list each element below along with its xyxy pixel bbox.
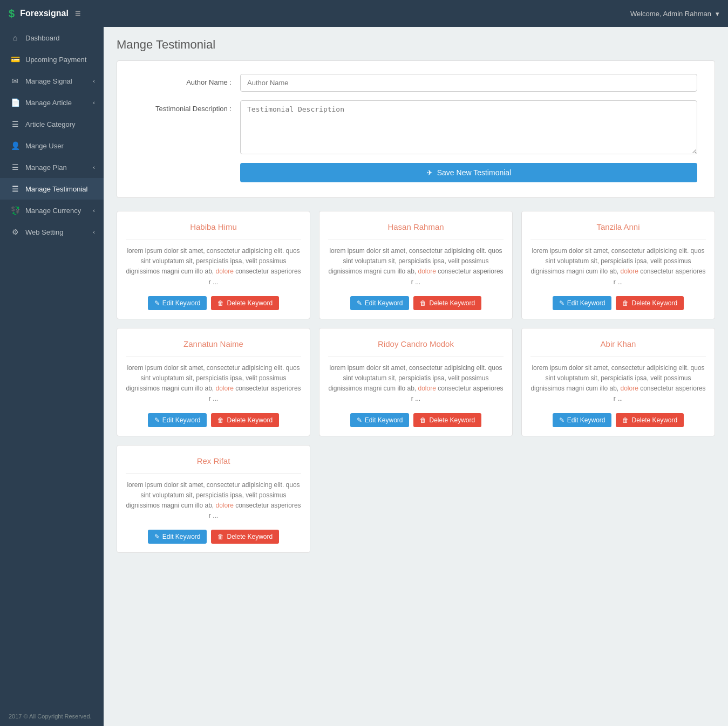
testimonial-text: lorem ipsum dolor sit amet, consectetur …	[126, 246, 301, 287]
testimonial-name: Tanzila Anni	[596, 222, 639, 231]
edit-keyword-button[interactable]: ✎ Edit Keyword	[148, 413, 207, 427]
delete-keyword-button[interactable]: 🗑 Delete Keyword	[211, 530, 279, 544]
delete-keyword-button[interactable]: 🗑 Delete Keyword	[211, 413, 279, 427]
sidebar-item-manage-currency[interactable]: 💱 Manage Currency ‹	[0, 200, 104, 221]
save-testimonial-button[interactable]: ✈ Save New Testimonial	[240, 163, 697, 182]
edit-keyword-button[interactable]: ✎ Edit Keyword	[553, 413, 612, 427]
arrow-icon: ‹	[93, 164, 95, 170]
arrow-icon: ‹	[93, 207, 95, 214]
trash-icon: 🗑	[420, 416, 426, 424]
edit-label: Edit Keyword	[365, 416, 403, 424]
layout: ⌂ Dashboard 💳 Upcoming Payment ✉ Manage …	[0, 27, 728, 726]
sidebar-label-manage-currency: Manage Currency	[25, 207, 81, 215]
trash-icon: 🗑	[622, 416, 629, 424]
navbar: $ Forexsignal ≡ Welcome, Admin Rahman ▾	[0, 0, 728, 27]
delete-label: Delete Keyword	[631, 416, 677, 424]
user-dropdown-icon[interactable]: ▾	[716, 10, 719, 18]
testimonial-form-card: Author Name : Testimonial Description : …	[117, 60, 715, 198]
edit-icon: ✎	[154, 533, 160, 540]
card-actions: ✎ Edit Keyword 🗑 Delete Keyword	[553, 413, 684, 427]
testimonial-card: Ridoy Candro Modok lorem ipsum dolor sit…	[319, 328, 513, 436]
edit-icon: ✎	[559, 416, 564, 424]
testimonial-card: Rex Rifat lorem ipsum dolor sit amet, co…	[117, 445, 310, 553]
sidebar-label-web-setting: Web Setting	[25, 228, 64, 236]
sidebar-label-manage-article: Manage Article	[25, 99, 72, 107]
edit-label: Edit Keyword	[365, 299, 403, 307]
hamburger-icon[interactable]: ≡	[75, 8, 81, 19]
sidebar-item-web-setting[interactable]: ⚙ Web Setting ‹	[0, 221, 104, 243]
logo-icon: $	[9, 8, 15, 20]
upcoming-payment-icon: 💳	[10, 55, 20, 64]
testimonial-name: Hasan Rahman	[387, 222, 444, 231]
brand-logo: $ Forexsignal	[9, 8, 69, 20]
sidebar-footer: 2017 © All Copyright Reserved.	[0, 707, 104, 726]
sidebar-label-dashboard: Dashboard	[25, 34, 60, 42]
card-actions: ✎ Edit Keyword 🗑 Delete Keyword	[350, 413, 481, 427]
testimonial-card: Habiba Himu lorem ipsum dolor sit amet, …	[117, 211, 310, 319]
sidebar-item-article-category[interactable]: ☰ Article Category	[0, 113, 104, 135]
save-button-label: Save New Testimonial	[437, 168, 511, 177]
delete-keyword-button[interactable]: 🗑 Delete Keyword	[413, 413, 481, 427]
testimonial-desc-input[interactable]	[240, 100, 697, 154]
testimonial-card: Tanzila Anni lorem ipsum dolor sit amet,…	[521, 211, 715, 319]
card-actions: ✎ Edit Keyword 🗑 Delete Keyword	[148, 530, 279, 544]
testimonial-grid: Habiba Himu lorem ipsum dolor sit amet, …	[117, 211, 715, 553]
delete-label: Delete Keyword	[227, 299, 273, 307]
card-divider	[328, 356, 504, 357]
sidebar-item-manage-article[interactable]: 📄 Manage Article ‹	[0, 92, 104, 113]
testimonial-name: Ridoy Candro Modok	[378, 339, 454, 348]
card-actions: ✎ Edit Keyword 🗑 Delete Keyword	[350, 296, 481, 310]
testimonial-name: Rex Rifat	[197, 456, 230, 465]
testimonial-desc-row: Testimonial Description :	[134, 100, 697, 154]
trash-icon: 🗑	[420, 299, 426, 307]
sidebar-item-manage-signal[interactable]: ✉ Manage Signal ‹	[0, 70, 104, 92]
arrow-icon: ‹	[93, 99, 95, 106]
testimonial-name: Zannatun Naime	[183, 339, 243, 348]
manage-testimonial-icon: ☰	[10, 184, 20, 193]
edit-keyword-button[interactable]: ✎ Edit Keyword	[553, 296, 612, 310]
delete-label: Delete Keyword	[227, 416, 273, 424]
sidebar-item-mange-user[interactable]: 👤 Mange User	[0, 135, 104, 156]
trash-icon: 🗑	[217, 533, 224, 540]
sidebar-item-dashboard[interactable]: ⌂ Dashboard	[0, 27, 104, 49]
testimonial-card: Hasan Rahman lorem ipsum dolor sit amet,…	[319, 211, 513, 319]
sidebar-item-upcoming-payment[interactable]: 💳 Upcoming Payment	[0, 49, 104, 70]
author-name-input[interactable]	[240, 74, 697, 92]
edit-keyword-button[interactable]: ✎ Edit Keyword	[148, 530, 207, 544]
author-name-label: Author Name :	[134, 74, 232, 86]
testimonial-text: lorem ipsum dolor sit amet, consectetur …	[530, 363, 706, 405]
delete-keyword-button[interactable]: 🗑 Delete Keyword	[211, 296, 279, 310]
edit-label: Edit Keyword	[567, 416, 605, 424]
testimonial-text: lorem ipsum dolor sit amet, consectetur …	[530, 246, 706, 287]
manage-plan-icon: ☰	[10, 163, 20, 172]
card-divider	[328, 239, 504, 239]
edit-keyword-button[interactable]: ✎ Edit Keyword	[350, 296, 410, 310]
sidebar: ⌂ Dashboard 💳 Upcoming Payment ✉ Manage …	[0, 27, 104, 726]
edit-label: Edit Keyword	[567, 299, 605, 307]
edit-label: Edit Keyword	[162, 299, 201, 307]
edit-keyword-button[interactable]: ✎ Edit Keyword	[148, 296, 207, 310]
trash-icon: 🗑	[217, 299, 224, 307]
testimonial-desc-label: Testimonial Description :	[134, 100, 232, 113]
delete-keyword-button[interactable]: 🗑 Delete Keyword	[413, 296, 481, 310]
delete-keyword-button[interactable]: 🗑 Delete Keyword	[616, 413, 684, 427]
edit-keyword-button[interactable]: ✎ Edit Keyword	[350, 413, 410, 427]
delete-label: Delete Keyword	[429, 416, 475, 424]
edit-icon: ✎	[559, 299, 564, 307]
mange-user-icon: 👤	[10, 141, 20, 150]
author-name-row: Author Name :	[134, 74, 697, 92]
trash-icon: 🗑	[622, 299, 629, 307]
sidebar-label-manage-testimonial: Manage Testimonial	[25, 185, 87, 193]
trash-icon: 🗑	[217, 416, 224, 424]
navbar-right: Welcome, Admin Rahman ▾	[630, 10, 719, 18]
delete-keyword-button[interactable]: 🗑 Delete Keyword	[616, 296, 684, 310]
page-title: Mange Testimonial	[117, 38, 715, 52]
card-actions: ✎ Edit Keyword 🗑 Delete Keyword	[553, 296, 684, 310]
sidebar-item-manage-testimonial[interactable]: ☰ Manage Testimonial	[0, 178, 104, 200]
delete-label: Delete Keyword	[227, 533, 273, 540]
article-category-icon: ☰	[10, 120, 20, 128]
sidebar-item-manage-plan[interactable]: ☰ Manage Plan ‹	[0, 156, 104, 178]
edit-icon: ✎	[357, 416, 362, 424]
testimonial-card: Abir Khan lorem ipsum dolor sit amet, co…	[521, 328, 715, 436]
edit-label: Edit Keyword	[162, 533, 201, 540]
